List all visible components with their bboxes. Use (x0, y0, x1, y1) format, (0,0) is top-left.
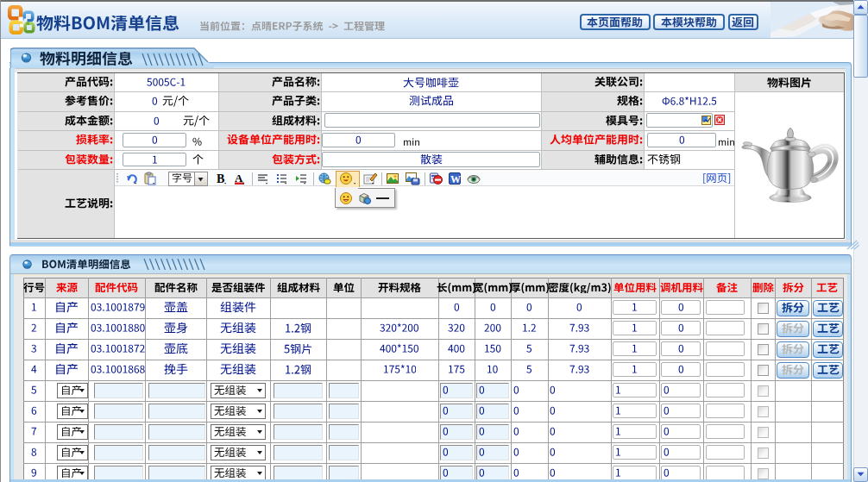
svg-text:B: B (217, 172, 224, 185)
svg-text:W: W (450, 172, 461, 185)
